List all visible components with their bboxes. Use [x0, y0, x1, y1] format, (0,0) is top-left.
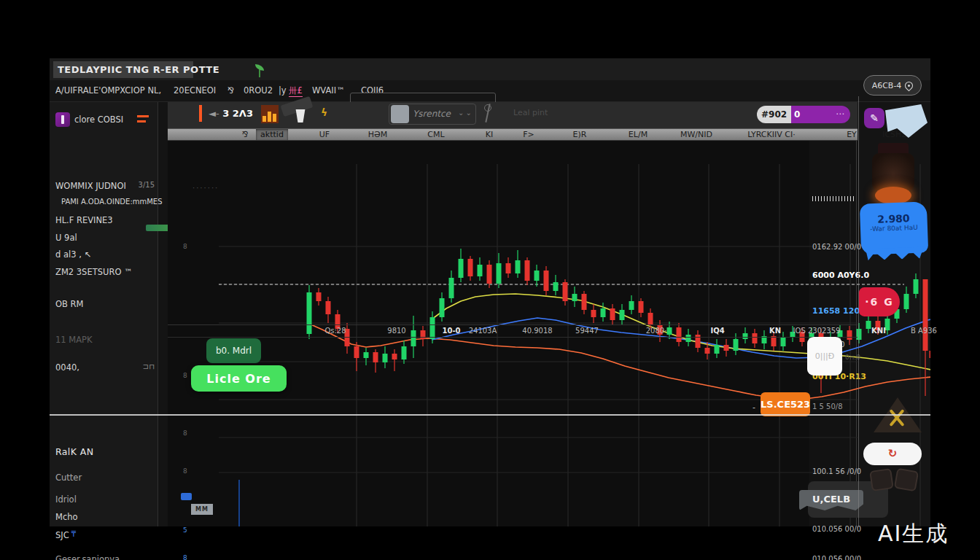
sidebar-item[interactable]: Mcho — [55, 512, 156, 522]
sidebar-item[interactable]: 11 MAPK — [55, 335, 156, 345]
x-axis-label: B A936 — [911, 327, 937, 335]
broker-row[interactable]: clore COBSI — [55, 112, 156, 127]
sidebar-item[interactable]: Idriol — [55, 494, 156, 505]
account-button[interactable]: A6CB-4 — [863, 75, 922, 96]
alert-price-tag[interactable]: LS.CE523 — [761, 392, 810, 416]
x-axis-label: KNI — [871, 327, 886, 335]
candle — [930, 351, 931, 358]
account-mode-pill[interactable]: #902 0 G1TO ⋯ — [757, 106, 850, 123]
flash-icon[interactable]: ϟ — [321, 106, 327, 118]
price-label: 010 056 00/0 — [812, 555, 861, 560]
tag-dash: - — [752, 402, 755, 412]
menu-item[interactable]: |y — [279, 85, 287, 96]
candle — [866, 321, 871, 329]
pill-more-icon[interactable]: ⋯ — [830, 106, 850, 123]
sidebar-item[interactable]: PAMI A.ODA.OINDE:mmMES — [55, 198, 156, 206]
menu-item[interactable]: 0ROU2 — [244, 85, 273, 96]
sidebar-item[interactable]: Geser.sanionya — [55, 554, 156, 560]
goggles-icon — [871, 465, 917, 496]
edit-pen-icon[interactable]: ✎ — [864, 108, 884, 128]
tab-LYRCKIIV CI·[interactable]: LYRCKIIV CI· — [743, 129, 799, 140]
indicator-swatch[interactable] — [181, 493, 192, 500]
menu-item[interactable]: 卅£ — [289, 85, 303, 97]
mm-box[interactable]: MM — [191, 504, 213, 515]
tab-EL/M[interactable]: EL/M — [624, 129, 652, 140]
sidebar-item-right: 3/15 — [139, 181, 155, 189]
refresh-icon: ↻ — [888, 447, 898, 460]
price-label: 0162.92 00/0 — [812, 243, 861, 251]
sidebar-item[interactable]: U 9al — [55, 233, 156, 243]
menu-item[interactable]: ⅋ — [228, 85, 234, 96]
tab-⅋[interactable]: ⅋ — [238, 129, 253, 140]
trade-button[interactable]: Licle Ore — [191, 365, 287, 392]
tab-akttid[interactable]: akttid — [256, 129, 288, 140]
popup-card[interactable]: 0|||Đ — [807, 337, 842, 376]
candle — [904, 294, 909, 309]
order-button[interactable]: b0. Mdrl — [206, 338, 261, 363]
axis-tick-label: 8 — [183, 372, 187, 379]
search-thumb-icon[interactable] — [391, 105, 409, 123]
sprout-icon — [255, 64, 264, 77]
time-axis[interactable] — [168, 324, 858, 338]
axis-tick-label: 5 — [183, 526, 187, 534]
tab-UF[interactable]: UF — [315, 129, 334, 140]
axis-tick-label: 8 — [183, 554, 187, 560]
price-label: 1 5 50/8 — [812, 402, 843, 411]
title-bar: TEDLAYPIIC TNG R-ER POTTE — [50, 58, 930, 80]
sidebar-item[interactable]: SJC₸ — [55, 530, 156, 540]
broker-logo — [55, 112, 70, 127]
refresh-pill-button[interactable]: ↻ — [863, 443, 922, 465]
symbol-price: ◄- 3 2Λ3 — [209, 108, 253, 119]
x-axis-label: 10-0 — [442, 327, 460, 335]
sidebar-item[interactable]: d al3 , ↖ — [55, 249, 156, 260]
bubble-caption: -War 80at HaU — [860, 223, 928, 233]
pill-code: #902 — [757, 106, 791, 123]
sidebar-item[interactable]: Cutter — [55, 472, 156, 483]
menu-hamburger-icon[interactable] — [137, 114, 149, 123]
sidebar-item[interactable]: OB RM — [55, 299, 156, 309]
section-divider-line — [50, 414, 930, 416]
axis-tick-label: 8 — [183, 429, 187, 437]
sidebar-item[interactable]: ZM2 3SETSURO ™ — [55, 267, 156, 277]
tab-E)R[interactable]: E)R — [569, 129, 591, 140]
x-axis-label: 59447 — [575, 327, 599, 335]
screen: TEDLAYPIIC TNG R-ER POTTE A/UIFRALE'OMPX… — [0, 0, 980, 560]
price-label: 11658 1200 — [812, 306, 866, 316]
sidebar-item[interactable]: HL.F REVINE3 — [55, 215, 156, 225]
sidebar-item-icon: ₸ — [71, 530, 76, 538]
candle — [923, 279, 928, 351]
price-label: 100.1 56 /0/0 — [812, 467, 861, 475]
sidebar-item-right: ⊐⊓ — [143, 362, 155, 370]
menu-item[interactable]: 20ECNEOI — [174, 85, 216, 96]
pill-label: 0 G1TO — [791, 106, 830, 123]
app-window: TEDLAYPIIC TNG R-ER POTTE A/UIFRALE'OMPX… — [50, 58, 930, 526]
notification-bubble[interactable]: 2.980 -War 80at HaU — [860, 201, 928, 254]
menu-item[interactable]: A/UIFRALE'OMPXCIOP NL, — [55, 85, 161, 96]
tab-F>[interactable]: F> — [518, 129, 539, 140]
axis-tick-label: 8 — [183, 467, 187, 475]
x-axis-label: IOS 2302359 — [793, 327, 841, 335]
jar-image — [872, 143, 914, 206]
account-label: A6CB-4 — [872, 81, 902, 90]
axis-tick-label: 8 — [183, 243, 187, 250]
sidebar-item[interactable]: 0040,⊐⊓ — [55, 362, 156, 373]
ai-watermark: AI生成 — [878, 519, 949, 549]
pin-icon[interactable] — [483, 104, 493, 122]
tab-MW/NID[interactable]: MW/NID — [676, 129, 717, 140]
toolbar-hint-text: Leal pint — [513, 108, 548, 117]
chevrons-down-icon[interactable]: ⌄⌄ — [458, 109, 473, 117]
x-axis-label: 40.9018 — [522, 327, 552, 335]
menu-item[interactable]: WVAII™ — [312, 85, 345, 96]
tab-CML[interactable]: CML — [423, 129, 448, 140]
candle — [914, 279, 919, 294]
tab-KI[interactable]: KI — [481, 129, 497, 140]
x-axis-label: 2080· — [646, 327, 667, 335]
search-placeholder[interactable]: Ysrentce — [413, 109, 451, 119]
location-icon — [903, 79, 915, 91]
sidebar-item[interactable]: WOMMIX JUDNOI3/15 — [55, 181, 156, 191]
x-axis-label: 9810 — [387, 327, 405, 335]
bar-chart-icon[interactable] — [199, 105, 202, 122]
x-axis-label: IQ4 — [710, 327, 724, 335]
tab-HƏM[interactable]: HƏM — [364, 129, 392, 140]
histogram-icon[interactable] — [261, 105, 279, 123]
